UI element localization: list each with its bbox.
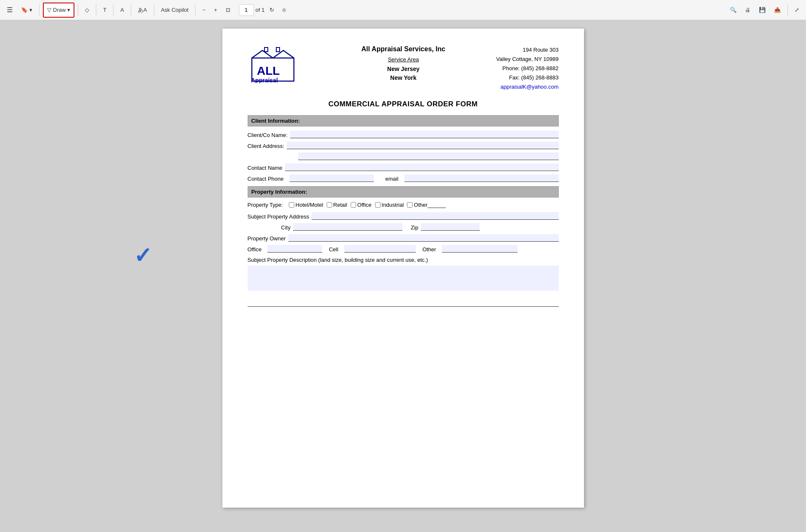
save-icon: 💾 (759, 7, 766, 13)
company-name: All Appraisal Services, Inc (311, 45, 497, 53)
expand-button[interactable]: ⤢ (791, 3, 803, 18)
divider-2 (78, 4, 78, 16)
cell-label: Cell (329, 246, 338, 253)
city-label: City (281, 224, 291, 231)
checkbox-office-input[interactable] (351, 202, 356, 208)
cell-field[interactable] (344, 245, 416, 253)
eraser-button[interactable]: ◇ (82, 3, 92, 18)
other-label: Other (423, 246, 436, 253)
zip-label: Zip (411, 224, 418, 231)
zoom-out-button[interactable]: − (199, 3, 209, 18)
subject-address-field[interactable] (312, 212, 558, 220)
menu-icon: ☰ (7, 6, 13, 14)
page-total: of 1 (256, 7, 265, 13)
translate-icon: あA (138, 6, 147, 14)
divider-4 (113, 4, 114, 16)
zoom-in-button[interactable]: + (211, 3, 221, 18)
toolbar: ☰ 🔖 ▾ ▽ Draw ▾ ◇ T A あA Ask Copilot − + … (0, 0, 806, 20)
contact-name-row: Contact Name (248, 163, 559, 171)
property-owner-label: Property Owner (248, 235, 286, 242)
subject-address-label: Subject Property Address (248, 213, 309, 220)
pdf-page: ALL Appraisal All Appraisal Services, In… (222, 29, 584, 508)
other-field[interactable] (442, 245, 518, 253)
client-address-field2[interactable] (298, 153, 559, 160)
client-name-label: Client/Co Name: (248, 132, 288, 138)
zip-field[interactable] (421, 223, 480, 231)
save-button[interactable]: 💾 (756, 3, 769, 18)
company-address-1: 194 Route 303 (496, 45, 558, 55)
print-icon: 🖨 (745, 7, 751, 13)
share-icon: 📤 (774, 7, 781, 13)
svg-rect-2 (276, 47, 280, 52)
company-phone: Phone: (845) 268-8882 (496, 64, 558, 73)
draw-icon: ▽ (47, 7, 51, 13)
service-area-label: Service Area (388, 56, 419, 63)
translate-button[interactable]: あA (135, 3, 151, 18)
company-right: 194 Route 303 Valley Cottage, NY 10989 P… (496, 45, 558, 92)
print-button[interactable]: 🖨 (742, 3, 754, 18)
checkbox-hotel-motel: Hotel/Motel (289, 202, 323, 208)
rotate-button[interactable]: ↻ (266, 3, 277, 18)
client-name-row: Client/Co Name: (248, 131, 559, 138)
client-info-header: Client Information: (248, 115, 559, 126)
draw-button[interactable]: ▽ Draw ▾ (43, 3, 74, 18)
company-email[interactable]: appraisalK@yahoo.com (500, 84, 558, 90)
checkbox-other-label: Other______ (414, 202, 446, 208)
city-field[interactable] (293, 223, 402, 231)
divider-5 (131, 4, 131, 16)
expand-icon: ⤢ (795, 7, 799, 13)
contact-phone-label: Contact Phone (248, 176, 284, 182)
zoom-in-icon: + (214, 7, 217, 13)
contact-name-label: Contact Name (248, 165, 283, 171)
checkbox-office-label: Office (357, 202, 372, 208)
description-label: Subject Property Description (land size,… (248, 257, 559, 263)
form-title: COMMERCIAL APPRAISAL ORDER FORM (248, 100, 559, 108)
bookmark-button[interactable]: 🔖 ▾ (18, 3, 36, 18)
copilot-label: Ask Copilot (161, 7, 189, 13)
text-button[interactable]: T (100, 3, 110, 18)
eraser-icon: ◇ (85, 7, 89, 13)
checkbox-retail-label: Retail (333, 202, 347, 208)
checkbox-hotel-motel-input[interactable] (289, 202, 294, 208)
description-area[interactable] (248, 266, 559, 291)
bookmark-icon: 🔖 (21, 7, 28, 13)
client-address-row1: Client Address: (248, 142, 559, 149)
fit-icon: ⊡ (226, 7, 230, 13)
svg-text:Appraisal: Appraisal (251, 77, 278, 83)
highlight-icon: A (120, 7, 124, 13)
office-field[interactable] (267, 245, 322, 253)
checkbox-industrial-input[interactable] (375, 202, 381, 208)
text-icon: T (103, 7, 106, 13)
contact-phone-email-row: Contact Phone email (248, 174, 559, 182)
search-button[interactable]: 🔍 (727, 3, 740, 18)
client-address-field1[interactable] (287, 142, 559, 149)
contact-name-field[interactable] (285, 163, 559, 171)
company-center: All Appraisal Services, Inc Service Area… (311, 45, 497, 82)
checkbox-office: Office (351, 202, 372, 208)
description-section: Subject Property Description (land size,… (248, 257, 559, 307)
share-button[interactable]: 📤 (771, 3, 784, 18)
extract-icon: ⎋ (283, 7, 286, 13)
property-owner-row: Property Owner (248, 234, 559, 242)
highlight-button[interactable]: A (117, 3, 127, 18)
client-name-field[interactable] (290, 131, 559, 138)
extract-button[interactable]: ⎋ (279, 3, 289, 18)
service-state-2: New York (311, 74, 497, 82)
company-fax: Fax: (845) 268-8883 (496, 73, 558, 82)
checkbox-retail-input[interactable] (327, 202, 332, 208)
fit-button[interactable]: ⊡ (222, 3, 234, 18)
contact-email-field[interactable] (404, 174, 559, 182)
logo-area: ALL Appraisal (248, 45, 302, 85)
page-input[interactable] (239, 4, 254, 16)
checkbox-other: Other______ (407, 202, 446, 208)
property-owner-field[interactable] (288, 234, 559, 242)
copilot-button[interactable]: Ask Copilot (158, 3, 192, 18)
company-address-2: Valley Cottage, NY 10989 (496, 55, 558, 64)
checkbox-industrial: Industrial (375, 202, 404, 208)
checkbox-other-input[interactable] (407, 202, 412, 208)
city-zip-row: City Zip (248, 223, 559, 231)
divider-3 (96, 4, 96, 16)
menu-button[interactable]: ☰ (3, 3, 16, 18)
email-label: email (386, 176, 399, 182)
contact-phone-field[interactable] (290, 174, 374, 182)
